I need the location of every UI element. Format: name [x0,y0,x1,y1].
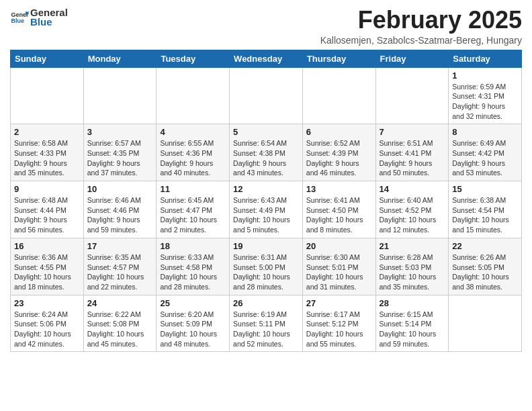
day-number: 14 [380,184,445,194]
calendar-cell: 7Sunrise: 6:51 AM Sunset: 4:41 PM Daylig… [375,124,449,181]
day-number: 7 [380,127,445,137]
calendar-cell: 6Sunrise: 6:52 AM Sunset: 4:39 PM Daylig… [302,124,375,181]
calendar-cell: 18Sunrise: 6:33 AM Sunset: 4:58 PM Dayli… [157,238,230,295]
title-area: February 2025 Kallosemjen, Szabolcs-Szat… [320,7,522,46]
day-number: 20 [306,241,372,251]
day-number: 28 [380,298,445,308]
calendar-week-5: 23Sunrise: 6:24 AM Sunset: 5:06 PM Dayli… [11,295,522,352]
calendar-cell: 4Sunrise: 6:55 AM Sunset: 4:36 PM Daylig… [157,124,230,181]
day-info: Sunrise: 6:45 AM Sunset: 4:47 PM Dayligh… [160,195,226,235]
svg-text:Blue: Blue [11,17,24,24]
day-number: 12 [233,184,299,194]
day-number: 4 [160,127,226,137]
calendar-cell: 8Sunrise: 6:49 AM Sunset: 4:42 PM Daylig… [449,124,522,181]
calendar-cell: 1Sunrise: 6:59 AM Sunset: 4:31 PM Daylig… [449,67,522,124]
day-info: Sunrise: 6:38 AM Sunset: 4:54 PM Dayligh… [452,195,518,235]
calendar-cell [449,295,522,352]
day-number: 15 [452,184,518,194]
day-info: Sunrise: 6:35 AM Sunset: 4:57 PM Dayligh… [87,253,153,292]
day-number: 19 [233,241,299,251]
day-info: Sunrise: 6:52 AM Sunset: 4:39 PM Dayligh… [306,138,372,178]
calendar-cell [157,67,230,124]
day-number: 5 [233,127,299,137]
day-number: 22 [452,241,518,251]
day-info: Sunrise: 6:49 AM Sunset: 4:42 PM Dayligh… [452,138,518,178]
calendar-week-1: 1Sunrise: 6:59 AM Sunset: 4:31 PM Daylig… [11,67,522,124]
day-info: Sunrise: 6:20 AM Sunset: 5:09 PM Dayligh… [160,310,226,349]
day-info: Sunrise: 6:55 AM Sunset: 4:36 PM Dayligh… [160,138,226,178]
day-number: 27 [306,298,372,308]
day-info: Sunrise: 6:58 AM Sunset: 4:33 PM Dayligh… [14,138,80,178]
calendar-cell: 13Sunrise: 6:41 AM Sunset: 4:50 PM Dayli… [302,181,375,238]
calendar-cell: 23Sunrise: 6:24 AM Sunset: 5:06 PM Dayli… [11,295,84,352]
day-number: 13 [306,184,372,194]
day-info: Sunrise: 6:30 AM Sunset: 5:01 PM Dayligh… [306,253,372,292]
calendar-cell [230,67,303,124]
calendar-cell [375,67,449,124]
weekday-header-tuesday: Tuesday [157,50,230,67]
calendar-cell: 24Sunrise: 6:22 AM Sunset: 5:08 PM Dayli… [83,295,157,352]
weekday-header-monday: Monday [83,50,157,67]
calendar-cell: 3Sunrise: 6:57 AM Sunset: 4:35 PM Daylig… [83,124,157,181]
day-number: 25 [160,298,226,308]
day-number: 17 [87,241,153,251]
calendar-cell: 27Sunrise: 6:17 AM Sunset: 5:12 PM Dayli… [302,295,375,352]
logo: General Blue General Blue [10,7,68,28]
day-info: Sunrise: 6:46 AM Sunset: 4:46 PM Dayligh… [87,195,153,235]
location: Kallosemjen, Szabolcs-Szatmar-Bereg, Hun… [320,35,522,46]
weekday-header-wednesday: Wednesday [230,50,303,67]
weekday-header-row: SundayMondayTuesdayWednesdayThursdayFrid… [11,50,522,67]
calendar-table: SundayMondayTuesdayWednesdayThursdayFrid… [10,50,522,353]
day-number: 23 [14,298,80,308]
day-number: 3 [87,127,153,137]
day-number: 10 [87,184,153,194]
weekday-header-friday: Friday [375,50,449,67]
day-number: 8 [452,127,518,137]
calendar-week-2: 2Sunrise: 6:58 AM Sunset: 4:33 PM Daylig… [11,124,522,181]
calendar-cell: 21Sunrise: 6:28 AM Sunset: 5:03 PM Dayli… [375,238,449,295]
day-info: Sunrise: 6:57 AM Sunset: 4:35 PM Dayligh… [87,138,153,178]
calendar-cell: 17Sunrise: 6:35 AM Sunset: 4:57 PM Dayli… [83,238,157,295]
day-info: Sunrise: 6:28 AM Sunset: 5:03 PM Dayligh… [380,253,445,292]
day-info: Sunrise: 6:26 AM Sunset: 5:05 PM Dayligh… [452,253,518,292]
day-info: Sunrise: 6:43 AM Sunset: 4:49 PM Dayligh… [233,195,299,235]
calendar-cell: 25Sunrise: 6:20 AM Sunset: 5:09 PM Dayli… [157,295,230,352]
day-number: 1 [452,71,518,81]
calendar-week-3: 9Sunrise: 6:48 AM Sunset: 4:44 PM Daylig… [11,181,522,238]
day-info: Sunrise: 6:54 AM Sunset: 4:38 PM Dayligh… [233,138,299,178]
day-number: 21 [380,241,445,251]
day-number: 9 [14,184,80,194]
day-number: 16 [14,241,80,251]
calendar-cell: 2Sunrise: 6:58 AM Sunset: 4:33 PM Daylig… [11,124,84,181]
day-info: Sunrise: 6:40 AM Sunset: 4:52 PM Dayligh… [380,195,445,235]
calendar-cell: 12Sunrise: 6:43 AM Sunset: 4:49 PM Dayli… [230,181,303,238]
day-number: 6 [306,127,372,137]
calendar-week-4: 16Sunrise: 6:36 AM Sunset: 4:55 PM Dayli… [11,238,522,295]
calendar-cell: 15Sunrise: 6:38 AM Sunset: 4:54 PM Dayli… [449,181,522,238]
day-number: 24 [87,298,153,308]
day-info: Sunrise: 6:22 AM Sunset: 5:08 PM Dayligh… [87,310,153,349]
calendar-cell: 26Sunrise: 6:19 AM Sunset: 5:11 PM Dayli… [230,295,303,352]
header: General Blue General Blue February 2025 … [10,7,522,46]
calendar-cell: 28Sunrise: 6:15 AM Sunset: 5:14 PM Dayli… [375,295,449,352]
calendar-cell: 20Sunrise: 6:30 AM Sunset: 5:01 PM Dayli… [302,238,375,295]
calendar-cell [83,67,157,124]
calendar-cell [11,67,84,124]
day-info: Sunrise: 6:31 AM Sunset: 5:00 PM Dayligh… [233,253,299,292]
day-number: 18 [160,241,226,251]
day-number: 2 [14,127,80,137]
day-info: Sunrise: 6:36 AM Sunset: 4:55 PM Dayligh… [14,253,80,292]
calendar-cell: 11Sunrise: 6:45 AM Sunset: 4:47 PM Dayli… [157,181,230,238]
day-info: Sunrise: 6:48 AM Sunset: 4:44 PM Dayligh… [14,195,80,235]
day-number: 26 [233,298,299,308]
day-info: Sunrise: 6:17 AM Sunset: 5:12 PM Dayligh… [306,310,372,349]
day-info: Sunrise: 6:24 AM Sunset: 5:06 PM Dayligh… [14,310,80,349]
logo-icon: General Blue [10,8,29,27]
calendar-cell: 5Sunrise: 6:54 AM Sunset: 4:38 PM Daylig… [230,124,303,181]
day-info: Sunrise: 6:15 AM Sunset: 5:14 PM Dayligh… [380,310,445,349]
calendar-cell: 14Sunrise: 6:40 AM Sunset: 4:52 PM Dayli… [375,181,449,238]
weekday-header-saturday: Saturday [449,50,522,67]
page: General Blue General Blue February 2025 … [0,0,532,359]
day-info: Sunrise: 6:41 AM Sunset: 4:50 PM Dayligh… [306,195,372,235]
calendar-cell: 10Sunrise: 6:46 AM Sunset: 4:46 PM Dayli… [83,181,157,238]
